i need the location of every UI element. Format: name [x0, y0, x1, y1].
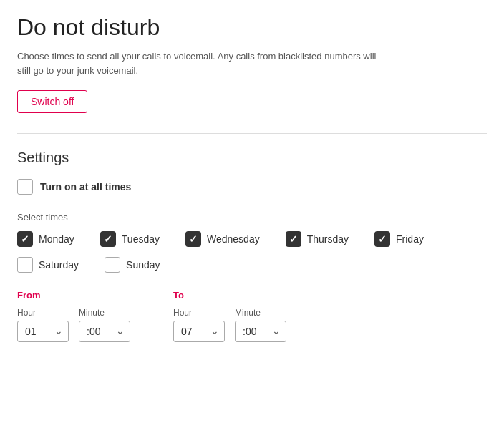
- to-hour-select[interactable]: 01 02 03 04 05 06 07 08 09 10 11 12: [173, 321, 225, 342]
- switch-off-button[interactable]: Switch off: [17, 90, 87, 113]
- day-item-sunday: Sunday: [105, 257, 160, 273]
- to-hour-dropdown-wrap: 01 02 03 04 05 06 07 08 09 10 11 12: [173, 321, 225, 342]
- thursday-checkbox[interactable]: [286, 231, 301, 247]
- saturday-label: Saturday: [39, 259, 79, 271]
- to-hour-minute-row: Hour 01 02 03 04 05 06 07 08 09 10: [173, 308, 286, 342]
- to-minute-group: Minute :00 :15 :30 :45: [235, 308, 286, 342]
- to-minute-select[interactable]: :00 :15 :30 :45: [235, 321, 286, 342]
- thursday-label: Thursday: [307, 233, 349, 245]
- from-label: From: [17, 290, 130, 301]
- day-item-friday: Friday: [374, 231, 424, 247]
- time-cols: From Hour 01 02 03 04 05 06 07 08: [17, 290, 487, 342]
- select-times-label: Select times: [17, 212, 487, 223]
- turn-on-label: Turn on at all times: [40, 181, 131, 193]
- to-minute-label: Minute: [235, 308, 286, 318]
- day-item-thursday: Thursday: [286, 231, 349, 247]
- from-minute-label: Minute: [79, 308, 130, 318]
- monday-label: Monday: [39, 233, 74, 245]
- sunday-checkbox[interactable]: [105, 257, 120, 273]
- from-minute-select[interactable]: :00 :15 :30 :45: [79, 321, 130, 342]
- turn-on-checkbox[interactable]: [17, 179, 33, 195]
- from-minute-dropdown-wrap: :00 :15 :30 :45: [79, 321, 130, 342]
- days-row-2: Saturday Sunday: [17, 257, 487, 273]
- day-item-monday: Monday: [17, 231, 74, 247]
- friday-checkbox[interactable]: [374, 231, 390, 247]
- saturday-checkbox[interactable]: [17, 257, 33, 273]
- page-title: Do not disturb: [17, 14, 487, 41]
- wednesday-label: Wednesday: [207, 233, 260, 245]
- to-minute-dropdown-wrap: :00 :15 :30 :45: [235, 321, 286, 342]
- from-hour-group: Hour 01 02 03 04 05 06 07 08 09 10: [17, 308, 69, 342]
- to-hour-group: Hour 01 02 03 04 05 06 07 08 09 10: [173, 308, 225, 342]
- section-divider: [17, 133, 487, 134]
- monday-checkbox[interactable]: [17, 231, 33, 247]
- to-label: To: [173, 290, 286, 301]
- friday-label: Friday: [396, 233, 424, 245]
- sunday-label: Sunday: [126, 259, 160, 271]
- turn-on-row: Turn on at all times: [17, 179, 487, 195]
- settings-heading: Settings: [17, 150, 487, 166]
- day-item-tuesday: Tuesday: [100, 231, 160, 247]
- day-item-saturday: Saturday: [17, 257, 79, 273]
- from-group: From Hour 01 02 03 04 05 06 07 08: [17, 290, 130, 342]
- to-hour-label: Hour: [173, 308, 225, 318]
- time-section: From Hour 01 02 03 04 05 06 07 08: [17, 290, 487, 342]
- from-hour-select[interactable]: 01 02 03 04 05 06 07 08 09 10 11 12: [17, 321, 69, 342]
- page-subtitle: Choose times to send all your calls to v…: [17, 49, 389, 77]
- from-hour-dropdown-wrap: 01 02 03 04 05 06 07 08 09 10 11 12: [17, 321, 69, 342]
- day-item-wednesday: Wednesday: [185, 231, 260, 247]
- from-hour-minute-row: Hour 01 02 03 04 05 06 07 08 09 10: [17, 308, 130, 342]
- to-group: To Hour 01 02 03 04 05 06 07 08: [173, 290, 286, 342]
- tuesday-label: Tuesday: [122, 233, 160, 245]
- from-hour-label: Hour: [17, 308, 69, 318]
- days-row-1: Monday Tuesday Wednesday Thursday Friday: [17, 231, 487, 247]
- wednesday-checkbox[interactable]: [185, 231, 201, 247]
- tuesday-checkbox[interactable]: [100, 231, 116, 247]
- from-minute-group: Minute :00 :15 :30 :45: [79, 308, 130, 342]
